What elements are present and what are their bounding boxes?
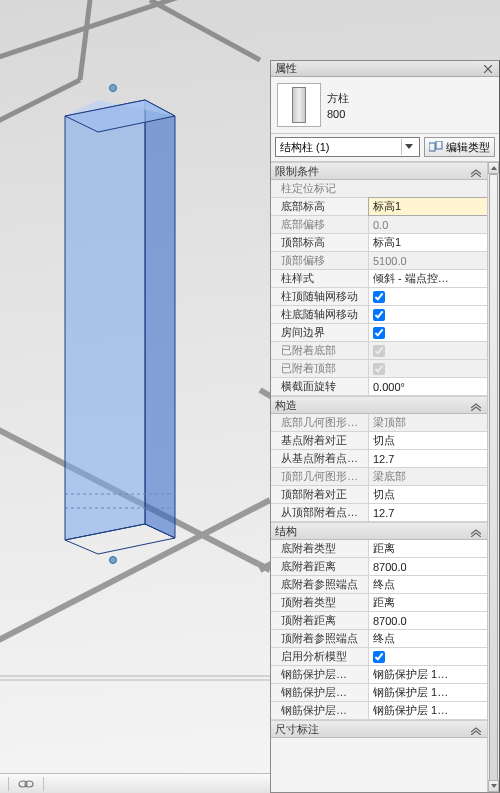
property-value[interactable]: 切点: [369, 486, 487, 503]
property-row[interactable]: 柱定位标记: [271, 180, 487, 198]
property-row[interactable]: 顶部标高标高1: [271, 234, 487, 252]
property-value[interactable]: [369, 288, 487, 305]
property-value[interactable]: 标高1: [369, 198, 487, 215]
property-value[interactable]: 5100.0: [369, 252, 487, 269]
property-value[interactable]: [369, 648, 487, 665]
property-checkbox[interactable]: [373, 291, 385, 303]
property-label: 顶附着距离: [271, 612, 369, 629]
top-grip[interactable]: [109, 84, 117, 92]
property-row[interactable]: 底附着类型距离: [271, 540, 487, 558]
property-row[interactable]: 顶部偏移5100.0: [271, 252, 487, 270]
section-header[interactable]: 结构: [271, 522, 487, 540]
property-row[interactable]: 钢筋保护层…钢筋保护层 1…: [271, 666, 487, 684]
property-checkbox[interactable]: [373, 327, 385, 339]
section-header[interactable]: 构造: [271, 396, 487, 414]
property-row[interactable]: 顶附着参照端点终点: [271, 630, 487, 648]
property-checkbox[interactable]: [373, 651, 385, 663]
svg-line-5: [0, 410, 270, 570]
property-value[interactable]: 12.7: [369, 450, 487, 467]
property-row[interactable]: 底部标高标高1: [271, 198, 487, 216]
svg-line-4: [0, 500, 270, 660]
property-row[interactable]: 底附着距离8700.0: [271, 558, 487, 576]
collapse-icon[interactable]: [469, 525, 483, 537]
property-value[interactable]: 钢筋保护层 1…: [369, 684, 487, 701]
property-value[interactable]: 倾斜 - 端点控…: [369, 270, 487, 287]
svg-rect-20: [436, 141, 442, 149]
property-row[interactable]: 钢筋保护层…钢筋保护层 1…: [271, 684, 487, 702]
property-label: 已附着底部: [271, 342, 369, 359]
svg-rect-19: [429, 143, 435, 151]
property-row[interactable]: 顶附着距离8700.0: [271, 612, 487, 630]
link-icon[interactable]: [17, 778, 35, 790]
instance-filter-dropdown[interactable]: 结构柱 (1): [275, 137, 420, 157]
scroll-up-button[interactable]: [488, 162, 499, 174]
type-selector[interactable]: 方柱 800: [271, 77, 499, 134]
property-row[interactable]: 底附着参照端点终点: [271, 576, 487, 594]
property-value[interactable]: [369, 342, 487, 359]
property-value[interactable]: 钢筋保护层 1…: [369, 702, 487, 719]
vertical-scrollbar[interactable]: [487, 162, 499, 792]
type-size-label: 800: [327, 108, 349, 120]
property-checkbox: [373, 345, 385, 357]
property-row[interactable]: 底部几何图形…梁顶部: [271, 414, 487, 432]
property-row[interactable]: 基点附着对正切点: [271, 432, 487, 450]
section-header[interactable]: 尺寸标注: [271, 720, 487, 738]
property-label: 柱定位标记: [271, 180, 487, 197]
property-row[interactable]: 从顶部附着点…12.7: [271, 504, 487, 522]
property-row[interactable]: 顶部附着对正切点: [271, 486, 487, 504]
close-icon[interactable]: [481, 63, 495, 75]
property-label: 底附着类型: [271, 540, 369, 557]
section-title: 构造: [275, 398, 297, 413]
property-label: 钢筋保护层…: [271, 684, 369, 701]
collapse-icon[interactable]: [469, 723, 483, 735]
property-label: 房间边界: [271, 324, 369, 341]
property-label: 底附着参照端点: [271, 576, 369, 593]
property-value[interactable]: 终点: [369, 630, 487, 647]
property-row[interactable]: 柱底随轴网移动: [271, 306, 487, 324]
property-value[interactable]: 终点: [369, 576, 487, 593]
bottom-grip[interactable]: [109, 556, 117, 564]
property-value[interactable]: 0.000°: [369, 378, 487, 395]
property-value[interactable]: 0.0: [369, 216, 487, 233]
edit-type-button[interactable]: 编辑类型: [424, 137, 495, 157]
property-value[interactable]: 梁底部: [369, 468, 487, 485]
property-value[interactable]: [369, 306, 487, 323]
property-row[interactable]: 已附着顶部: [271, 360, 487, 378]
collapse-icon[interactable]: [469, 399, 483, 411]
panel-titlebar[interactable]: 属性: [271, 61, 499, 77]
section-title: 限制条件: [275, 164, 319, 179]
collapse-icon[interactable]: [469, 165, 483, 177]
property-value[interactable]: 梁顶部: [369, 414, 487, 431]
property-row[interactable]: 顶附着类型距离: [271, 594, 487, 612]
property-value[interactable]: 距离: [369, 594, 487, 611]
property-row[interactable]: 已附着底部: [271, 342, 487, 360]
property-value[interactable]: 8700.0: [369, 558, 487, 575]
property-row[interactable]: 从基点附着点…12.7: [271, 450, 487, 468]
property-row[interactable]: 启用分析模型: [271, 648, 487, 666]
property-label: 从基点附着点…: [271, 450, 369, 467]
property-value[interactable]: 标高1: [369, 234, 487, 251]
property-checkbox[interactable]: [373, 309, 385, 321]
property-value[interactable]: [369, 324, 487, 341]
property-label: 顶部几何图形…: [271, 468, 369, 485]
scroll-down-button[interactable]: [488, 780, 499, 792]
scroll-track[interactable]: [488, 174, 499, 780]
property-value[interactable]: 钢筋保护层 1…: [369, 666, 487, 683]
property-value[interactable]: 8700.0: [369, 612, 487, 629]
property-row[interactable]: 横截面旋转0.000°: [271, 378, 487, 396]
scroll-thumb[interactable]: [489, 174, 498, 792]
property-row[interactable]: 房间边界: [271, 324, 487, 342]
property-row[interactable]: 柱样式倾斜 - 端点控…: [271, 270, 487, 288]
property-row[interactable]: 钢筋保护层…钢筋保护层 1…: [271, 702, 487, 720]
property-value[interactable]: 距离: [369, 540, 487, 557]
property-row[interactable]: 底部偏移0.0: [271, 216, 487, 234]
properties-panel: 属性 方柱 800 结构柱 (1): [270, 60, 500, 793]
instance-filter-text: 结构柱 (1): [280, 140, 330, 155]
property-row[interactable]: 顶部几何图形…梁底部: [271, 468, 487, 486]
section-header[interactable]: 限制条件: [271, 162, 487, 180]
property-value[interactable]: 切点: [369, 432, 487, 449]
property-value[interactable]: 12.7: [369, 504, 487, 521]
property-value[interactable]: [369, 360, 487, 377]
property-row[interactable]: 柱顶随轴网移动: [271, 288, 487, 306]
property-label: 顶部标高: [271, 234, 369, 251]
